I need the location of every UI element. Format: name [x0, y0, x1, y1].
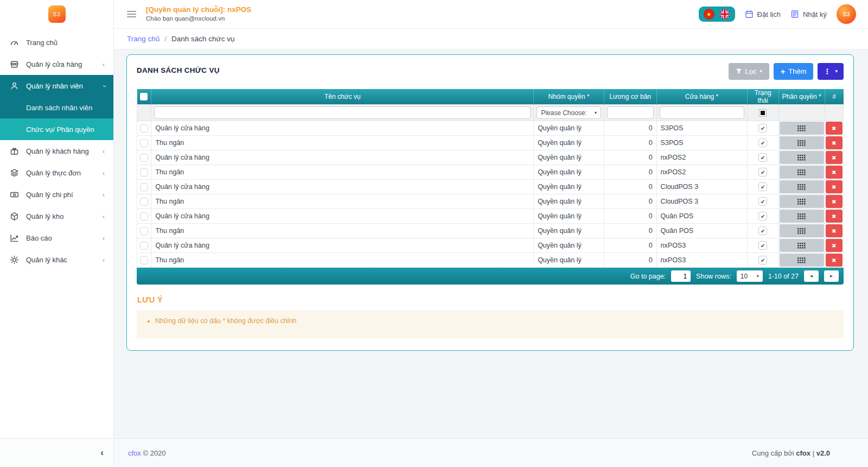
sidebar-item-customer-management[interactable]: Quản lý khách hàng ‹: [0, 140, 113, 162]
grid-icon: [797, 213, 806, 219]
status-checkbox[interactable]: ✔: [758, 124, 767, 132]
status-checkbox[interactable]: ✔: [758, 153, 767, 162]
column-header-status[interactable]: Trạng thái: [747, 89, 778, 105]
delete-row-button[interactable]: ✖: [826, 151, 843, 164]
dashboard-icon: [10, 38, 19, 47]
row-select-checkbox[interactable]: [140, 256, 148, 264]
cell-permission-group: Quyền quản lý: [534, 209, 604, 224]
filter-store-input[interactable]: [660, 106, 744, 119]
footer-brand-link[interactable]: cfox: [128, 449, 141, 457]
row-select-checkbox[interactable]: [140, 168, 148, 176]
user-avatar[interactable]: S3: [837, 4, 856, 24]
status-checkbox[interactable]: ✔: [758, 256, 767, 264]
sidebar-subitem-staff-list[interactable]: Danh sách nhân viên: [0, 97, 113, 118]
uk-flag-icon[interactable]: [719, 9, 730, 20]
row-select-checkbox[interactable]: [140, 124, 148, 132]
sidebar-item-dashboard[interactable]: Trang chủ: [0, 31, 113, 53]
sidebar-item-other-management[interactable]: Quản lý khác ‹: [0, 249, 113, 270]
table-row: Quản lý cửa hàng Quyền quản lý 0 Quân PO…: [137, 209, 844, 224]
status-checkbox[interactable]: ✔: [758, 241, 767, 250]
delete-row-button[interactable]: ✖: [826, 224, 843, 237]
delete-row-button[interactable]: ✖: [826, 195, 843, 208]
journal-button[interactable]: Nhật ký: [790, 10, 827, 18]
permissions-grid-button[interactable]: [780, 180, 824, 193]
status-checkbox[interactable]: ✔: [758, 226, 767, 235]
sidebar-collapse-icon[interactable]: ‹: [100, 447, 104, 458]
sidebar-item-expense-management[interactable]: Quản lý chi phí ‹: [0, 184, 113, 205]
sidebar-item-menu-management[interactable]: Quản lý thực đơn ‹: [0, 162, 113, 184]
filter-role-name-input[interactable]: [154, 106, 531, 119]
breadcrumb: Trang chủ / Danh sách chức vụ: [114, 28, 868, 49]
filter-status-checkbox[interactable]: [759, 109, 767, 117]
row-select-checkbox[interactable]: [140, 154, 148, 162]
cell-store: nxPOS3: [656, 253, 747, 268]
permissions-grid-button[interactable]: [780, 210, 824, 223]
hamburger-menu-icon[interactable]: [127, 9, 136, 19]
column-header-role-name[interactable]: Tên chức vụ: [151, 89, 534, 105]
delete-row-button[interactable]: ✖: [826, 166, 843, 179]
grid-icon: [797, 199, 806, 205]
schedule-label: Đặt lịch: [757, 10, 781, 18]
permissions-grid-button[interactable]: [780, 166, 824, 179]
add-button[interactable]: + Thêm: [774, 63, 813, 80]
schedule-button[interactable]: Đặt lịch: [745, 10, 781, 18]
filter-button[interactable]: Lọc ▾: [729, 63, 770, 80]
breadcrumb-home-link[interactable]: Trang chủ: [127, 35, 159, 43]
more-actions-button[interactable]: ⋮ ▾: [818, 63, 844, 80]
select-all-checkbox[interactable]: [140, 93, 148, 100]
next-page-button[interactable]: ►: [824, 270, 839, 282]
delete-row-button[interactable]: ✖: [826, 254, 843, 267]
delete-row-button[interactable]: ✖: [826, 210, 843, 223]
row-select-checkbox[interactable]: [140, 198, 148, 206]
page-number-input[interactable]: [671, 270, 691, 282]
permissions-grid-button[interactable]: [780, 239, 824, 252]
delete-row-button[interactable]: ✖: [826, 122, 843, 135]
status-checkbox[interactable]: ✔: [758, 168, 767, 176]
sidebar-item-label: Quản lý khác: [26, 256, 95, 264]
page-footer: cfox © 2020 Cung cấp bởi cfox | v2.0: [114, 438, 868, 467]
sidebar-item-reports[interactable]: Báo cáo ‹: [0, 227, 113, 249]
filter-permission-group-select[interactable]: Please Choose: ▾: [537, 106, 601, 119]
rows-per-page-select[interactable]: 10 ▾: [737, 270, 763, 282]
logo-wrap: S3: [0, 0, 113, 28]
row-select-checkbox[interactable]: [140, 139, 148, 147]
permissions-grid-button[interactable]: [780, 151, 824, 164]
delete-row-button[interactable]: ✖: [826, 136, 843, 149]
cell-store: CloudPOS 3: [656, 194, 747, 209]
permissions-grid-button[interactable]: [780, 195, 824, 208]
permissions-grid-button[interactable]: [780, 122, 824, 135]
row-select-checkbox[interactable]: [140, 183, 148, 191]
sidebar-subitem-roles-permissions[interactable]: Chức vụ/ Phân quyền: [0, 118, 113, 140]
cell-store: S3POS: [656, 121, 747, 136]
status-checkbox[interactable]: ✔: [758, 212, 767, 220]
cell-base-salary: 0: [604, 136, 656, 150]
row-select-checkbox[interactable]: [140, 212, 148, 220]
column-header-base-salary[interactable]: Lương cơ bản: [604, 89, 656, 105]
column-header-actions[interactable]: #: [825, 89, 843, 105]
column-header-store[interactable]: Cửa hàng *: [656, 89, 747, 105]
sidebar-item-inventory-management[interactable]: Quản lý kho ‹: [0, 205, 113, 227]
delete-row-button[interactable]: ✖: [826, 239, 843, 252]
permissions-grid-button[interactable]: [780, 136, 824, 149]
chevron-left-icon: ‹: [103, 213, 105, 220]
status-checkbox[interactable]: ✔: [758, 138, 767, 147]
row-select-checkbox[interactable]: [140, 227, 148, 235]
previous-page-button[interactable]: ◄: [804, 270, 819, 282]
column-header-permissions[interactable]: Phân quyền *: [778, 89, 825, 105]
brand-logo[interactable]: S3: [48, 5, 66, 23]
row-select-checkbox[interactable]: [140, 242, 148, 250]
filter-icon: [736, 68, 742, 75]
sidebar-item-store-management[interactable]: Quản lý cửa hàng ‹: [0, 53, 113, 75]
status-checkbox[interactable]: ✔: [758, 182, 767, 191]
breadcrumb-separator: /: [164, 35, 167, 43]
status-checkbox[interactable]: ✔: [758, 197, 767, 206]
sidebar-item-staff-management[interactable]: Quản lý nhân viên ‹: [0, 75, 113, 97]
vietnam-flag-icon[interactable]: ★: [704, 9, 714, 20]
permissions-grid-button[interactable]: [780, 254, 824, 267]
language-switcher[interactable]: ★: [699, 7, 735, 22]
grid-icon: [797, 257, 806, 263]
column-header-permission-group[interactable]: Nhóm quyền *: [534, 89, 604, 105]
delete-row-button[interactable]: ✖: [826, 180, 843, 193]
filter-base-salary-input[interactable]: [607, 106, 654, 119]
permissions-grid-button[interactable]: [780, 224, 824, 237]
